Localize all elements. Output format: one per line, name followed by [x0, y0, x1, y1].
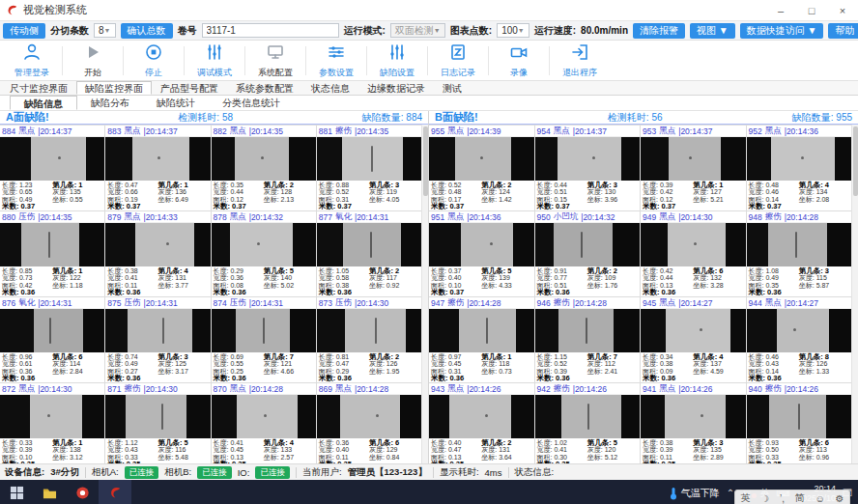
roll-number-input[interactable]	[202, 23, 339, 38]
scrollbar-thumb[interactable]	[853, 126, 858, 196]
run-mode-select[interactable]: 双面检测 ▼	[390, 23, 445, 38]
tab-main-0[interactable]: 尺寸监控界面	[1, 81, 76, 95]
defect-thumbnail[interactable]	[641, 309, 746, 352]
ime-punct-toggle[interactable]: ’,	[780, 493, 785, 504]
ime-settings-gear-icon[interactable]: ⚙	[836, 493, 844, 504]
defect-thumbnail[interactable]	[535, 395, 641, 438]
defect-cell[interactable]: 949黑点|20:14:30长度: 0.42宽度: 0.44面积: 0.13米数…	[641, 211, 746, 296]
defect-cell[interactable]: 879黑点|20:14:33长度: 0.38宽度: 0.41面积: 0.11米数…	[105, 211, 210, 296]
browser-app-button[interactable]	[66, 480, 99, 504]
defect-cell[interactable]: 943黑点|20:14:26长度: 0.40宽度: 0.47面积: 0.13米数…	[429, 383, 534, 463]
defect-thumbnail[interactable]	[747, 309, 852, 352]
close-button[interactable]: ×	[827, 0, 858, 20]
defect-cell[interactable]: 875压伤|20:14:31长度: 0.74宽度: 0.49面积: 0.27米数…	[105, 297, 210, 382]
defect-cell[interactable]: 940擦伤|20:14:26长度: 0.93宽度: 0.50面积: 0.33米数…	[747, 383, 852, 463]
panel-a-scrollbar[interactable]	[421, 125, 428, 463]
defect-cell[interactable]: 945黑点|20:14:27长度: 0.34宽度: 0.38面积: 0.09米数…	[641, 297, 746, 382]
action-play[interactable]: 开始	[63, 42, 123, 79]
action-monitor[interactable]: 系统配置	[245, 42, 305, 79]
defect-thumbnail[interactable]	[317, 223, 421, 266]
defect-cell[interactable]: 871擦伤|20:14:30长度: 1.12宽度: 0.43面积: 0.33米数…	[105, 383, 210, 463]
maximize-button[interactable]: □	[796, 0, 827, 20]
file-explorer-button[interactable]	[33, 480, 66, 504]
defect-thumbnail[interactable]	[535, 223, 641, 266]
defect-thumbnail[interactable]	[0, 137, 104, 181]
defect-thumbnail[interactable]	[105, 137, 210, 181]
help-menu-button[interactable]: 帮助 ▼	[828, 23, 858, 39]
tab-sub-3[interactable]: 分类信息统计	[209, 96, 294, 110]
defect-thumbnail[interactable]	[317, 309, 421, 352]
defect-thumbnail[interactable]	[0, 309, 104, 352]
tab-main-5[interactable]: 边缘数据记录	[358, 81, 434, 95]
defect-thumbnail[interactable]	[212, 137, 316, 181]
tab-main-2[interactable]: 产品型号配置	[152, 81, 227, 95]
action-user[interactable]: 管理登录	[2, 42, 62, 79]
data-quick-access-button[interactable]: 数据快捷访问 ▼	[740, 23, 824, 39]
tab-sub-1[interactable]: 缺陷分布	[77, 96, 143, 110]
ime-lang-toggle[interactable]: 英	[740, 491, 750, 504]
defect-thumbnail[interactable]	[747, 395, 852, 438]
defect-cell[interactable]: 870黑点|20:14:28长度: 0.41宽度: 0.45面积: 0.13米数…	[212, 383, 316, 463]
defect-cell[interactable]: 878黑点|20:14:32长度: 0.29宽度: 0.36面积: 0.08米数…	[212, 211, 316, 296]
defect-cell[interactable]: 953黑点|20:14:37长度: 0.39宽度: 0.42面积: 0.12米数…	[641, 126, 746, 210]
defect-thumbnail[interactable]	[535, 309, 641, 352]
defect-cell[interactable]: 954黑点|20:14:37长度: 0.44宽度: 0.51面积: 0.15米数…	[535, 126, 641, 210]
clear-alarm-button[interactable]: 清除报警	[633, 23, 685, 39]
defect-thumbnail[interactable]	[105, 395, 210, 438]
defect-cell[interactable]: 869黑点|20:14:28长度: 0.36宽度: 0.40面积: 0.11米数…	[317, 383, 421, 463]
ime-moon-icon[interactable]: ☽	[760, 493, 769, 504]
scrollbar-thumb[interactable]	[423, 126, 428, 196]
defect-cell[interactable]: 944黑点|20:14:27长度: 0.46宽度: 0.43面积: 0.14米数…	[747, 297, 852, 382]
tab-sub-2[interactable]: 缺陷统计	[143, 96, 209, 110]
panel-a-title[interactable]: A面缺陷!	[6, 111, 49, 125]
defect-thumbnail[interactable]	[641, 223, 746, 266]
defect-thumbnail[interactable]	[535, 137, 641, 181]
defect-thumbnail[interactable]	[429, 223, 534, 266]
defect-cell[interactable]: 951黑点|20:14:36长度: 0.37宽度: 0.40面积: 0.10米数…	[429, 211, 534, 296]
defect-cell[interactable]: 950小凹坑|20:14:32长度: 0.91宽度: 0.77面积: 0.51米…	[535, 211, 641, 296]
defect-thumbnail[interactable]	[105, 309, 210, 352]
tab-main-1[interactable]: 缺陷监控界面	[76, 81, 152, 95]
tab-sub-0[interactable]: 缺陷信息	[10, 96, 77, 110]
action-camera[interactable]: 录像	[489, 42, 549, 79]
action-stop[interactable]: 停止	[124, 42, 184, 79]
defect-cell[interactable]: 884黑点|20:14:37长度: 1.23宽度: 0.65面积: 0.49米数…	[0, 126, 104, 210]
defect-thumbnail[interactable]	[0, 223, 104, 266]
defect-cell[interactable]: 952黑点|20:14:36长度: 0.48宽度: 0.46面积: 0.14米数…	[747, 126, 852, 210]
panel-b-title[interactable]: B面缺陷!	[435, 111, 478, 125]
defect-cell[interactable]: 881擦伤|20:14:35长度: 0.88宽度: 0.52面积: 0.31米数…	[317, 126, 421, 210]
tab-main-3[interactable]: 系统参数配置	[227, 81, 302, 95]
panel-b-scrollbar[interactable]	[851, 125, 858, 463]
defect-thumbnail[interactable]	[429, 395, 534, 438]
defect-thumbnail[interactable]	[641, 137, 746, 181]
ime-toolbar[interactable]: 英☽’,简☺⚙	[734, 490, 850, 504]
defect-thumbnail[interactable]	[212, 309, 316, 352]
tab-main-4[interactable]: 状态信息	[302, 81, 358, 95]
confirm-total-button[interactable]: 确认总数	[121, 23, 173, 39]
inspection-app-button[interactable]	[99, 480, 131, 504]
defect-cell[interactable]: 877氧化|20:14:31长度: 1.05宽度: 0.58面积: 0.38米数…	[317, 211, 421, 296]
weather-widget[interactable]: 气温下降	[669, 487, 720, 500]
defect-cell[interactable]: 883黑点|20:14:37长度: 0.47宽度: 0.66面积: 0.19米数…	[105, 126, 210, 210]
ime-emoji-icon[interactable]: ☺	[815, 493, 825, 504]
defect-thumbnail[interactable]	[212, 223, 316, 266]
defect-thumbnail[interactable]	[317, 137, 421, 181]
start-button[interactable]	[0, 480, 33, 504]
defect-cell[interactable]: 873压伤|20:14:30长度: 0.81宽度: 0.47面积: 0.29米数…	[317, 297, 421, 382]
defect-thumbnail[interactable]	[641, 395, 746, 438]
defect-thumbnail[interactable]	[747, 223, 852, 266]
defect-cell[interactable]: 946擦伤|20:14:28长度: 1.15宽度: 0.52面积: 0.39米数…	[535, 297, 641, 382]
defect-cell[interactable]: 955黑点|20:14:39长度: 0.52宽度: 0.48面积: 0.17米数…	[429, 126, 534, 210]
action-sliders-v2[interactable]: 缺陷设置	[367, 42, 427, 79]
defect-cell[interactable]: 947擦伤|20:14:28长度: 0.97宽度: 0.45面积: 0.31米数…	[429, 297, 534, 382]
defect-thumbnail[interactable]	[429, 309, 534, 352]
defect-thumbnail[interactable]	[212, 395, 316, 438]
defect-cell[interactable]: 941黑点|20:14:26长度: 0.38宽度: 0.39面积: 0.11米数…	[641, 383, 746, 463]
ime-simplified-toggle[interactable]: 简	[795, 491, 805, 504]
action-log[interactable]: 日志记录	[428, 42, 488, 79]
defect-cell[interactable]: 880压伤|20:14:35长度: 0.85宽度: 0.73面积: 0.42米数…	[0, 211, 104, 296]
defect-cell[interactable]: 876氧化|20:14:31长度: 0.96宽度: 0.61面积: 0.36米数…	[0, 297, 104, 382]
defect-thumbnail[interactable]	[429, 137, 534, 181]
strip-count-select[interactable]: 8 ▼	[94, 23, 116, 38]
defect-cell[interactable]: 948擦伤|20:14:28长度: 1.08宽度: 0.49面积: 0.35米数…	[747, 211, 852, 296]
